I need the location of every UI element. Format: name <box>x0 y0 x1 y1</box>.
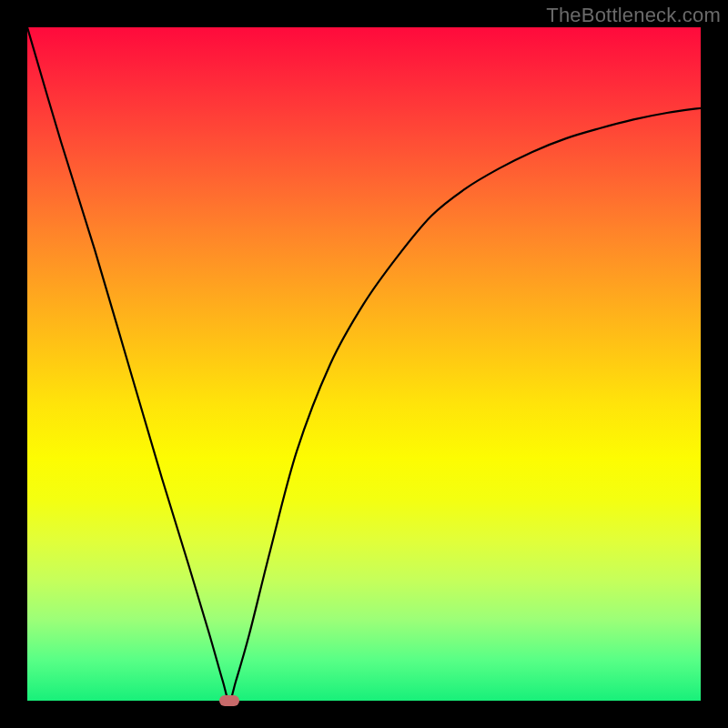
optimal-marker <box>219 695 239 706</box>
plot-area <box>27 27 701 701</box>
bottleneck-curve <box>27 27 701 701</box>
watermark-text: TheBottleneck.com <box>546 4 721 27</box>
chart-frame: TheBottleneck.com <box>0 0 728 728</box>
